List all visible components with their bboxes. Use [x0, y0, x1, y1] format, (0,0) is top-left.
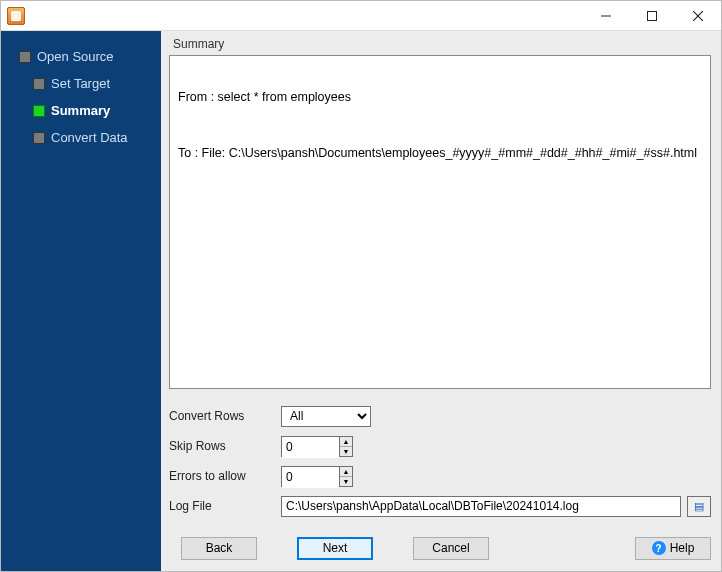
skip-rows-label: Skip Rows [169, 439, 281, 453]
errors-allow-label: Errors to allow [169, 469, 281, 483]
wizard-button-bar: Back Next Cancel ? Help [169, 535, 711, 561]
help-icon: ? [652, 541, 666, 555]
spinner-down-icon[interactable]: ▼ [340, 447, 352, 456]
log-file-input[interactable] [281, 496, 681, 517]
help-button[interactable]: ? Help [635, 537, 711, 560]
skip-rows-input[interactable] [282, 437, 339, 458]
help-button-label: Help [670, 541, 695, 555]
summary-textarea[interactable]: From : select * from employees To : File… [169, 55, 711, 389]
document-icon: ▤ [694, 500, 704, 513]
cancel-button[interactable]: Cancel [413, 537, 489, 560]
window-controls [583, 1, 721, 30]
close-button[interactable] [675, 1, 721, 30]
summary-group-label: Summary [169, 37, 711, 55]
log-file-label: Log File [169, 499, 281, 513]
main-panel: Summary From : select * from employees T… [161, 31, 721, 571]
sidebar-item-convert-data[interactable]: Convert Data [1, 124, 161, 151]
convert-rows-label: Convert Rows [169, 409, 281, 423]
sidebar-item-label: Convert Data [51, 130, 128, 145]
next-button[interactable]: Next [297, 537, 373, 560]
skip-rows-spinner[interactable]: ▲ ▼ [281, 436, 353, 457]
errors-allow-spinner[interactable]: ▲ ▼ [281, 466, 353, 487]
titlebar [1, 1, 721, 31]
sidebar-item-label: Summary [51, 103, 110, 118]
options-form: Convert Rows All Skip Rows ▲ ▼ Errors to… [169, 403, 711, 523]
sidebar-item-summary[interactable]: Summary [1, 97, 161, 124]
sidebar-item-label: Open Source [37, 49, 114, 64]
sidebar-item-set-target[interactable]: Set Target [1, 70, 161, 97]
step-marker-icon [33, 105, 45, 117]
sidebar-item-label: Set Target [51, 76, 110, 91]
svg-rect-1 [648, 11, 657, 20]
maximize-button[interactable] [629, 1, 675, 30]
step-marker-icon [33, 132, 45, 144]
summary-from-line: From : select * from employees [178, 90, 702, 104]
wizard-sidebar: Open Source Set Target Summary Convert D… [1, 31, 161, 571]
convert-rows-select[interactable]: All [281, 406, 371, 427]
minimize-button[interactable] [583, 1, 629, 30]
back-button[interactable]: Back [181, 537, 257, 560]
spinner-up-icon[interactable]: ▲ [340, 437, 352, 447]
sidebar-item-open-source[interactable]: Open Source [1, 43, 161, 70]
browse-log-button[interactable]: ▤ [687, 496, 711, 517]
step-marker-icon [33, 78, 45, 90]
errors-allow-input[interactable] [282, 467, 339, 488]
spinner-up-icon[interactable]: ▲ [340, 467, 352, 477]
app-icon [7, 7, 25, 25]
summary-to-line: To : File: C:\Users\pansh\Documents\empl… [178, 146, 702, 160]
spinner-down-icon[interactable]: ▼ [340, 477, 352, 486]
step-marker-icon [19, 51, 31, 63]
